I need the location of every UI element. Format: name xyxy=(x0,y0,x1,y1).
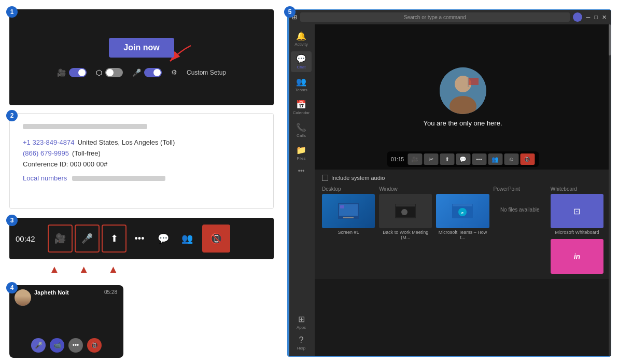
blur-toggle[interactable] xyxy=(105,68,123,77)
mic-toggle[interactable] xyxy=(144,68,162,77)
window-thumb-1-inner xyxy=(379,194,432,228)
close-button[interactable]: ✕ xyxy=(602,14,607,21)
cc-end-btn[interactable]: 📵 xyxy=(520,153,535,165)
phone-number-1[interactable]: +1 323-849-4874 xyxy=(23,138,74,146)
svg-text:e: e xyxy=(461,211,464,215)
participants-button[interactable]: 👥 xyxy=(176,225,198,253)
window-thumb-2[interactable]: e xyxy=(436,194,489,228)
camera-toggle[interactable] xyxy=(69,68,87,77)
sidebar-more-dots[interactable]: ••• xyxy=(298,167,305,175)
cc-participants-icon: 👥 xyxy=(491,156,499,163)
local-numbers-row: Local numbers xyxy=(23,174,260,182)
whiteboard-share-col: Whiteboard ⊡ Microsoft Whiteboard in xyxy=(551,186,603,274)
cc-reactions-btn[interactable]: ☺ xyxy=(504,153,518,165)
maximize-button[interactable]: □ xyxy=(594,14,598,20)
mobile-btn-2[interactable]: 📹 xyxy=(50,338,64,353)
chat-label: Chat xyxy=(297,65,306,69)
cc-end-icon: 📵 xyxy=(524,156,531,163)
phone-location-1: United States, Los Angeles (Toll) xyxy=(77,138,175,146)
teams-search-text: Search or type a command xyxy=(404,15,466,20)
arrow-mic: ▲ xyxy=(79,263,89,275)
badge-3-label: 3 xyxy=(10,217,14,224)
desktop-thumb[interactable] xyxy=(322,194,375,228)
svg-rect-12 xyxy=(396,204,415,206)
sidebar-item-calendar[interactable]: 📅 Calendar xyxy=(291,97,312,118)
mic-toggle-group: 🎤 xyxy=(132,68,162,77)
toolbar-arrows: ▲ ▲ ▲ xyxy=(49,263,118,275)
window-thumb-1[interactable] xyxy=(379,194,432,228)
screen-label: Screen #1 xyxy=(322,230,375,235)
window-share-col-1: Window Back to Work Me xyxy=(379,186,432,274)
teams-titlebar: ⊞ Search or type a command ─ □ ✕ xyxy=(288,10,611,24)
cc-mic-btn[interactable]: ✂ xyxy=(424,153,438,165)
teams-body: 🔔 Activity 💬 Chat 👥 Teams 📅 Calendar 📞 C… xyxy=(288,24,611,356)
cc-video-icon: 🎥 xyxy=(411,156,418,163)
window-label: Window xyxy=(379,186,432,192)
svg-rect-9 xyxy=(343,217,354,218)
cc-share-btn[interactable]: ⬆ xyxy=(440,153,454,165)
sidebar-item-teams[interactable]: 👥 Teams xyxy=(291,74,312,95)
microphone-icon: 🎤 xyxy=(81,233,93,244)
camera-toggle-group: 🎥 xyxy=(57,68,87,77)
placeholder-bar-1 xyxy=(23,124,147,129)
mobile-end-call-btn[interactable]: 📵 xyxy=(87,338,102,353)
remote-user-avatar xyxy=(440,67,486,114)
call-timer: 00:42 xyxy=(16,234,41,243)
mobile-btn-1[interactable]: 🎤 xyxy=(31,338,46,353)
sidebar-help-item[interactable]: ? Help xyxy=(291,333,312,352)
powerpoint-share-col: PowerPoint No files available xyxy=(494,186,546,274)
caller-name: Japheth Noit xyxy=(34,289,69,296)
sidebar-item-calls[interactable]: 📞 Calls xyxy=(291,120,312,141)
mobile-btn-3[interactable]: ••• xyxy=(68,338,83,353)
teams-search-bar[interactable]: Search or type a command xyxy=(300,12,570,22)
step-badge-3: 3 xyxy=(6,215,18,226)
more-button[interactable]: ••• xyxy=(129,225,150,253)
avatar-svg xyxy=(440,67,486,114)
cc-chat-btn[interactable]: 💬 xyxy=(456,153,470,165)
end-call-button[interactable]: 📵 xyxy=(202,225,230,253)
desktop-label: Desktop xyxy=(322,186,375,192)
arrow-share: ▲ xyxy=(108,263,119,275)
step-badge-2: 2 xyxy=(6,110,18,121)
include-audio-checkbox[interactable] xyxy=(322,175,328,181)
chat-sidebar-icon: 💬 xyxy=(296,54,306,64)
sidebar-item-files[interactable]: 📁 Files xyxy=(291,143,312,163)
phone-row-2: (866) 679-9995 (Toll-free) xyxy=(23,149,260,157)
join-now-button[interactable]: Join now xyxy=(109,38,174,58)
whiteboard-button[interactable]: ⊡ xyxy=(551,194,603,228)
toll-free-label: (Toll-free) xyxy=(72,149,101,157)
teams-scrollbar[interactable] xyxy=(609,24,611,357)
badge-1-label: 1 xyxy=(10,8,14,16)
cc-participants-btn[interactable]: 👥 xyxy=(488,153,502,165)
minimize-button[interactable]: ─ xyxy=(586,14,591,20)
local-numbers-link[interactable]: Local numbers xyxy=(23,174,67,182)
conference-id: Conference ID: 000 000 00# xyxy=(23,160,260,168)
mobile-icon-2: 📹 xyxy=(53,342,61,349)
user-avatar-small xyxy=(573,12,582,22)
window-controls: ─ □ ✕ xyxy=(573,12,607,22)
video-button[interactable]: 🎥 xyxy=(48,225,73,253)
phone-row-1: +1 323-849-4874 United States, Los Angel… xyxy=(23,138,260,146)
in-call-controls: 01:15 🎥 ✂ ⬆ 💬 ••• xyxy=(387,151,539,167)
mic-button[interactable]: 🎤 xyxy=(75,225,100,253)
sidebar-item-chat[interactable]: 💬 Chat xyxy=(291,51,312,72)
linkedin-button[interactable]: in xyxy=(551,239,603,273)
teams-window-panel: ⊞ Search or type a command ─ □ ✕ 🔔 Activ… xyxy=(287,9,611,357)
step-badge-4: 4 xyxy=(6,282,18,293)
share-button[interactable]: ⬆ xyxy=(102,225,127,253)
participants-icon: 👥 xyxy=(181,233,193,244)
chat-button[interactable]: 💬 xyxy=(152,225,174,253)
phone-number-2[interactable]: (866) 679-9995 xyxy=(23,149,69,157)
share-icon: ⬆ xyxy=(110,233,118,244)
sidebar-item-activity[interactable]: 🔔 Activity xyxy=(291,29,312,49)
cc-video-btn[interactable]: 🎥 xyxy=(408,153,422,165)
help-icon: ? xyxy=(299,335,304,345)
sidebar-apps-item[interactable]: ⊞ Apps xyxy=(291,313,312,331)
share-sources-grid: Desktop xyxy=(322,186,603,274)
desktop-preview-svg xyxy=(338,203,359,219)
caller-avatar xyxy=(15,289,31,306)
meeting-controls-row: 🎥 ⬡ 🎤 ⚙ Custom Setup xyxy=(57,68,226,77)
cc-more-btn[interactable]: ••• xyxy=(472,153,486,165)
teams-scrollbar-thumb xyxy=(609,24,611,55)
window-label-2: Microsoft Teams – How t... xyxy=(436,230,489,240)
